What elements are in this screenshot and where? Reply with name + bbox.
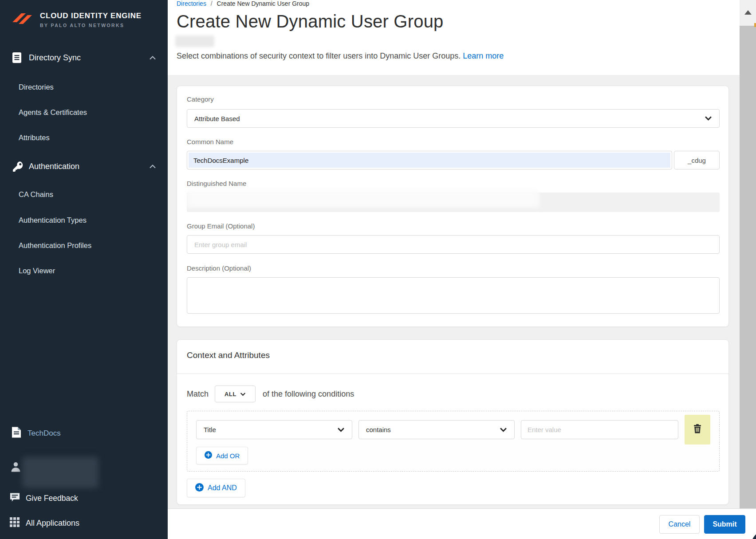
scroll-up-button[interactable]: [740, 0, 756, 25]
chevron-down-icon: [240, 390, 246, 398]
sidebar: CLOUD IDENTITY ENGINE BY PALO ALTO NETWO…: [0, 0, 168, 539]
vertical-scrollbar: [740, 0, 756, 508]
group-details-card: Category Attribute Based Common Name _cd…: [177, 86, 729, 327]
description-textarea[interactable]: [187, 277, 720, 314]
chevron-down-icon: [337, 426, 345, 434]
common-name-suffix: _cdug: [674, 151, 720, 169]
subtitle-text: Select combinations of security context …: [177, 51, 461, 60]
description-label: Description (Optional): [187, 264, 720, 272]
sidebar-item-label: Attributes: [19, 134, 50, 142]
redacted-distinguished-name: [187, 189, 539, 208]
add-or-button[interactable]: Add OR: [196, 447, 248, 464]
operator-select[interactable]: contains: [358, 420, 515, 439]
chevron-down-icon: [500, 426, 507, 434]
chevron-down-icon: [705, 114, 712, 122]
sidebar-item-authentication-profiles[interactable]: Authentication Profiles: [19, 237, 152, 253]
chevron-up-icon: [149, 162, 156, 170]
sidebar-item-label: CA Chains: [19, 190, 53, 199]
person-icon: [10, 460, 21, 475]
sidebar-item-label: Authentication Types: [19, 216, 87, 224]
plus-circle-icon: [205, 451, 212, 460]
breadcrumb-current: Create New Dynamic User Group: [217, 0, 310, 7]
app-byline: BY PALO ALTO NETWORKS: [40, 23, 142, 28]
pan-logo-icon: [11, 9, 34, 30]
app-logo: CLOUD IDENTITY ENGINE BY PALO ALTO NETWO…: [11, 9, 142, 30]
plus-circle-icon: [195, 483, 204, 493]
section-divider: [177, 374, 728, 374]
delete-condition-button[interactable]: [685, 415, 710, 445]
sidebar-item-label: Directories: [19, 83, 54, 91]
distinguished-name-label: Distinguished Name: [187, 180, 720, 187]
condition-row: Title contains: [196, 415, 710, 445]
common-name-label: Common Name: [187, 138, 720, 146]
sidebar-item-attributes[interactable]: Attributes: [19, 130, 152, 146]
sidebar-item-label: Authentication Profiles: [19, 241, 91, 250]
key-icon: [12, 161, 24, 172]
context-attributes-card: Context and Attributes Match ALL of the …: [177, 339, 729, 505]
sidebar-section-directory-sync[interactable]: Directory Sync: [0, 48, 168, 67]
cancel-button[interactable]: Cancel: [659, 515, 700, 534]
match-operator-select[interactable]: ALL: [215, 386, 256, 402]
sidebar-item-log-viewer[interactable]: Log Viewer: [19, 263, 152, 279]
sidebar-item-label: Give Feedback: [26, 494, 78, 503]
page-title: Create New Dynamic User Group: [177, 12, 444, 31]
operator-value: contains: [366, 426, 391, 433]
page-header: Directories / Create New Dynamic User Gr…: [168, 0, 740, 75]
action-footer: Cancel Submit: [168, 508, 756, 539]
main-content: Directories / Create New Dynamic User Gr…: [168, 0, 756, 539]
attribute-select[interactable]: Title: [196, 420, 352, 439]
chevron-up-icon: [149, 54, 156, 62]
sidebar-item-authentication-types[interactable]: Authentication Types: [19, 212, 152, 228]
trash-icon: [693, 424, 702, 436]
add-or-label: Add OR: [216, 452, 240, 460]
sidebar-item-agents-certificates[interactable]: Agents & Certificates: [19, 104, 152, 120]
sidebar-item-ca-chains[interactable]: CA Chains: [19, 186, 152, 202]
common-name-input[interactable]: [187, 151, 672, 169]
learn-more-link[interactable]: Learn more: [463, 51, 504, 60]
condition-group: Title contains: [187, 411, 720, 472]
group-email-input[interactable]: [187, 235, 720, 254]
scrollbar-marker: [754, 23, 756, 27]
breadcrumb-link-directories[interactable]: Directories: [177, 0, 206, 7]
group-email-label: Group Email (Optional): [187, 222, 720, 230]
sidebar-item-label: Log Viewer: [19, 267, 55, 275]
sidebar-section-label: Directory Sync: [29, 53, 149, 63]
context-attributes-heading: Context and Attributes: [187, 350, 720, 361]
category-label: Category: [187, 95, 720, 103]
document-icon: [12, 427, 21, 440]
redacted-blob: [175, 35, 214, 47]
condition-value-input[interactable]: [521, 420, 678, 439]
category-value: Attribute Based: [194, 115, 240, 122]
sidebar-item-label: Agents & Certificates: [19, 108, 87, 117]
sidebar-item-give-feedback[interactable]: Give Feedback: [10, 492, 78, 504]
breadcrumb-separator: /: [211, 0, 213, 7]
sidebar-section-label: Authentication: [29, 162, 149, 171]
arrow-up-icon: [744, 10, 752, 15]
sidebar-item-directories[interactable]: Directories: [19, 79, 152, 95]
category-select[interactable]: Attribute Based: [187, 109, 720, 128]
sidebar-item-label: TechDocs: [28, 429, 61, 438]
add-and-button[interactable]: Add AND: [187, 479, 245, 497]
match-row: Match ALL of the following conditions: [187, 386, 720, 402]
redacted-user-name: [22, 457, 98, 488]
sidebar-item-label: All Applications: [26, 519, 79, 528]
sidebar-user-account[interactable]: [10, 460, 21, 475]
app-title: CLOUD IDENTITY ENGINE: [40, 12, 142, 20]
match-suffix: of the following conditions: [263, 389, 354, 399]
match-operator-value: ALL: [224, 391, 236, 397]
scrollbar-thumb[interactable]: [740, 26, 756, 508]
grid-icon: [9, 517, 20, 529]
page-subtitle: Select combinations of security context …: [177, 51, 504, 61]
breadcrumb: Directories / Create New Dynamic User Gr…: [177, 0, 309, 7]
sidebar-item-all-applications[interactable]: All Applications: [9, 517, 79, 529]
attribute-value: Title: [204, 426, 216, 433]
sidebar-item-techdocs[interactable]: TechDocs: [12, 427, 61, 440]
submit-button[interactable]: Submit: [704, 515, 745, 534]
add-and-label: Add AND: [208, 484, 237, 492]
chat-icon: [10, 492, 20, 504]
distinguished-name-field: [187, 193, 720, 212]
sidebar-section-authentication[interactable]: Authentication: [0, 157, 168, 176]
book-icon: [12, 52, 24, 63]
match-prefix: Match: [187, 389, 209, 399]
